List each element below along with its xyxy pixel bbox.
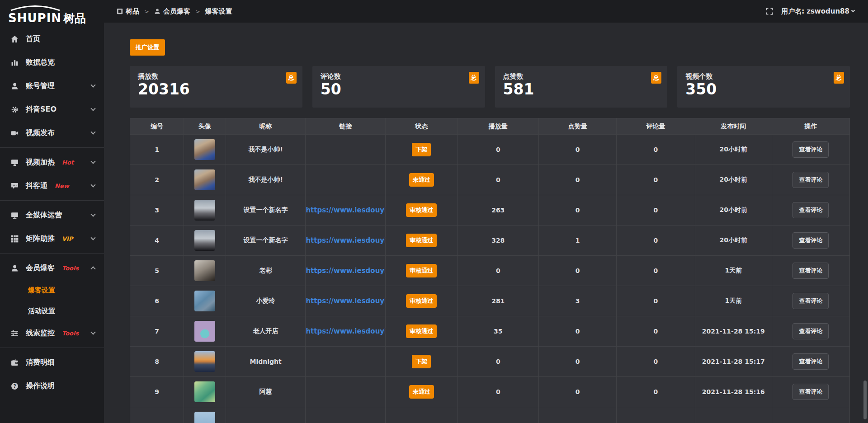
cell-status: 审核通过	[386, 195, 458, 226]
fullscreen-icon[interactable]	[766, 8, 773, 15]
sidebar-item-label: 账号管理	[26, 81, 55, 91]
sidebar-item-全媒体运营[interactable]: 全媒体运营	[0, 203, 104, 227]
sidebar-item-抖客通[interactable]: 抖客通New	[0, 174, 104, 197]
video-link[interactable]: https://www.iesdouyin.c	[306, 327, 385, 335]
view-comments-button[interactable]: 查看评论	[793, 172, 829, 188]
cell-plays: 328	[458, 226, 539, 256]
username-label: 用户名:	[781, 7, 804, 16]
cell-nickname: 老人开店	[226, 316, 306, 347]
video-link[interactable]: https://www.iesdouyin.c	[306, 297, 385, 305]
view-comments-button[interactable]: 查看评论	[793, 293, 829, 309]
user-menu[interactable]: 用户名: zswodun88	[781, 7, 854, 16]
cell-comments: 0	[617, 256, 695, 286]
cell-time: 20小时前	[695, 135, 772, 165]
view-comments-button[interactable]: 查看评论	[793, 353, 829, 370]
sidebar-item-数据总览[interactable]: 数据总览	[0, 51, 104, 74]
stat-card-label: 评论数	[321, 72, 477, 81]
view-comments-button[interactable]: 查看评论	[793, 141, 829, 158]
column-header-状态: 状态	[386, 118, 458, 135]
sidebar-item-活动设置[interactable]: 活动设置	[0, 301, 104, 321]
sidebar-item-爆客设置[interactable]: 爆客设置	[0, 280, 104, 301]
cell-comments: 0	[617, 165, 695, 195]
bcuser-icon	[154, 8, 160, 14]
logo-arc	[9, 5, 104, 11]
sidebar-item-会员爆客[interactable]: 会员爆客Tools	[0, 256, 104, 280]
cell-likes: 0	[539, 165, 617, 195]
avatar	[194, 230, 215, 251]
cell-action: 查看评论	[772, 195, 849, 226]
sidebar-item-操作说明[interactable]: ?操作说明	[0, 374, 104, 398]
status-badge: 审核通过	[406, 203, 437, 217]
column-header-头像: 头像	[184, 118, 226, 135]
video-link[interactable]: https://www.iesdouyin.c	[306, 267, 385, 275]
sidebar-item-抖音SEO[interactable]: 抖音SEO	[0, 98, 104, 121]
cell-plays: 35	[458, 316, 539, 347]
cell-time: 2021-11-28 15:19	[695, 316, 772, 347]
sidebar-divider	[0, 253, 104, 254]
stat-card-label: 播放数	[138, 72, 294, 81]
cell-status	[386, 407, 458, 423]
cell-action: 查看评论	[772, 316, 849, 347]
cell-link: https://www.iesdouyin.c	[306, 286, 386, 316]
cell-action: 查看评论	[772, 256, 849, 286]
view-comments-button[interactable]: 查看评论	[793, 263, 829, 279]
cell-comments: 0	[617, 195, 695, 226]
cell-plays: 0	[458, 256, 539, 286]
cell-comments: 0	[617, 135, 695, 165]
view-comments-button[interactable]: 查看评论	[793, 202, 829, 218]
sidebar-item-线索监控[interactable]: 线索监控Tools	[0, 321, 104, 345]
cell-likes: 0	[539, 347, 617, 377]
sidebar-item-视频发布[interactable]: 视频发布	[0, 121, 104, 145]
table-row: 9阿慧未通过0002021-11-28 15:16查看评论	[130, 377, 850, 407]
stat-card-value: 581	[503, 81, 660, 98]
video-link[interactable]: https://www.iesdouyin.c	[306, 206, 385, 214]
accounts-table-wrap: 编号头像昵称链接状态播放量点赞量评论量发布时间操作 1我不是小帅!下架00020…	[130, 118, 850, 423]
sidebar-item-消费明细[interactable]: 消费明细	[0, 351, 104, 374]
cell-action	[772, 407, 849, 423]
cell-plays: 0	[458, 347, 539, 377]
stat-card-label: 视频个数	[685, 72, 842, 81]
status-badge: 未通过	[409, 385, 434, 399]
view-comments-button[interactable]: 查看评论	[793, 232, 829, 249]
cell-avatar	[184, 165, 226, 195]
scrollbar-thumb[interactable]	[863, 381, 867, 419]
user-icon	[11, 264, 19, 272]
wallet-icon	[11, 359, 19, 367]
logo-text-en: SHUPIN	[8, 11, 61, 25]
cell-id: 7	[130, 316, 184, 347]
sidebar-item-首页[interactable]: 首页	[0, 27, 104, 51]
sidebar-item-视频加热[interactable]: 视频加热Hot	[0, 150, 104, 174]
promo-settings-button[interactable]: 推广设置	[130, 39, 165, 56]
sidebar-item-矩阵助推[interactable]: 矩阵助推VIP	[0, 227, 104, 250]
table-row: 1我不是小帅!下架00020小时前查看评论	[130, 135, 850, 165]
column-header-发布时间: 发布时间	[695, 118, 772, 135]
stat-card-点赞数: 点赞数581总	[495, 66, 668, 108]
breadcrumb-separator: >	[195, 8, 200, 15]
cell-nickname: 我不是小帅!	[226, 165, 306, 195]
status-badge: 审核通过	[406, 294, 437, 308]
cell-nickname: 小爱玲	[226, 286, 306, 316]
status-badge: 审核通过	[406, 264, 437, 277]
stat-card-total-badge: 总	[286, 72, 297, 84]
sidebar-item-账号管理[interactable]: 账号管理	[0, 74, 104, 98]
stat-card-label: 点赞数	[503, 72, 660, 81]
cell-link: https://www.iesdouyin.c	[306, 256, 386, 286]
breadcrumb: 树品>会员爆客>爆客设置	[117, 7, 232, 16]
sidebar-item-badge: VIP	[62, 235, 73, 242]
logo[interactable]: SHUPIN 树品	[0, 0, 104, 25]
view-comments-button[interactable]: 查看评论	[793, 384, 829, 400]
chart-icon	[11, 59, 19, 66]
sidebar-item-label: 会员爆客	[26, 263, 55, 273]
breadcrumb-item-树品[interactable]: 树品	[117, 7, 139, 16]
view-comments-button[interactable]: 查看评论	[793, 323, 829, 339]
column-header-编号: 编号	[130, 118, 184, 135]
sidebar-item-label: 操作说明	[26, 381, 55, 391]
video-link[interactable]: https://www.iesdouyin.c	[306, 236, 385, 244]
sliders-icon	[11, 329, 19, 337]
chevron-down-icon	[90, 212, 95, 216]
breadcrumb-item-会员爆客[interactable]: 会员爆客	[154, 7, 190, 16]
cell-link	[306, 347, 386, 377]
cell-time: 1天前	[695, 286, 772, 316]
status-badge: 未通过	[409, 173, 434, 187]
username: zswodun88	[807, 7, 849, 15]
